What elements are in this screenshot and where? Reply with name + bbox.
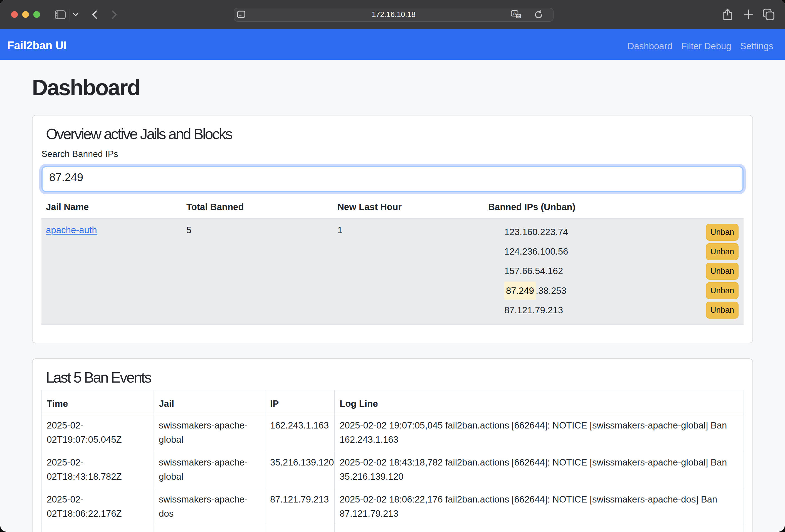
svg-text:文: 文: [517, 14, 521, 18]
